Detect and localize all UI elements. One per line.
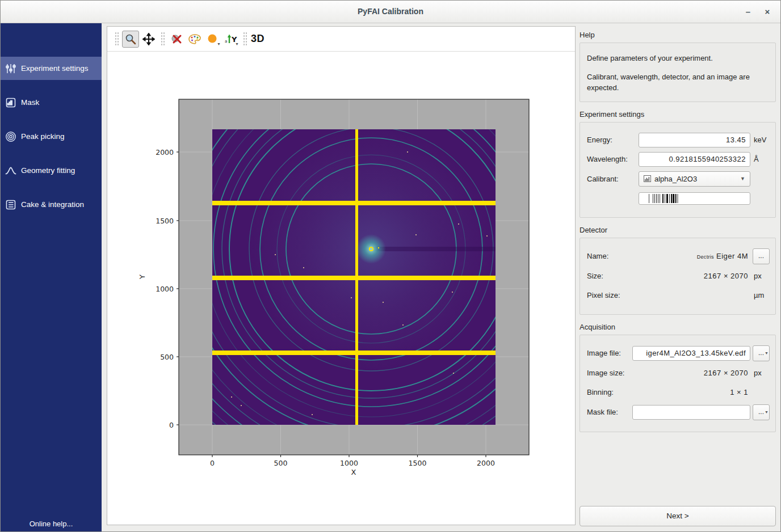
help-text-line2: Calibrant, wavelength, detector, and an …: [587, 72, 769, 94]
dropdown-arrow-icon: ▼: [765, 406, 769, 419]
help-section-title: Help: [580, 31, 776, 39]
svg-text:0: 0: [210, 459, 215, 467]
sidebar-item-label: Cake & integration: [21, 200, 84, 209]
sidebar-item-mask[interactable]: Mask: [1, 91, 102, 114]
detector-more-button[interactable]: ...: [753, 248, 770, 264]
plot-panel: ▼ a Y ▼ 3D: [107, 26, 576, 525]
pixel-size-unit: µm: [750, 291, 770, 299]
svg-text:1000: 1000: [156, 285, 174, 293]
plot-canvas[interactable]: 05001000150020000500100015002000 X Y: [107, 52, 575, 525]
mask-icon: [5, 97, 16, 108]
toolbar-grip-icon[interactable]: [115, 32, 119, 47]
toolbar-grip-icon[interactable]: [161, 32, 165, 47]
detector-vendor: Dectris: [697, 254, 714, 260]
svg-text:1000: 1000: [340, 459, 358, 467]
calibrant-label: Calibrant:: [587, 175, 639, 183]
svg-text:a: a: [225, 39, 227, 44]
detector-size-value: 2167 × 2070: [639, 272, 750, 280]
window-title: PyFAI Calibration: [1, 7, 780, 16]
detector-name-label: Name:: [587, 252, 639, 260]
binning-label: Binning:: [587, 388, 639, 396]
energy-input[interactable]: 13.45: [639, 133, 750, 147]
palette-icon: [188, 33, 201, 45]
calibrant-select[interactable]: alpha_Al2O3 ▼: [639, 171, 750, 187]
chevron-down-icon: ▼: [740, 176, 745, 181]
sliders-icon: [5, 63, 16, 74]
dropdown-arrow-icon: ▼: [217, 42, 221, 46]
svg-text:2000: 2000: [477, 459, 495, 467]
dropdown-arrow-icon: ▼: [235, 42, 239, 46]
dropdown-arrow-icon: ▼: [765, 347, 769, 360]
pan-tool-button[interactable]: [140, 31, 157, 48]
experiment-settings-group: Energy: 13.45 keV Wavelength: 0.92181559…: [580, 122, 776, 218]
detector-group: Name: Dectris Eiger 4M ... Size: 2167 × …: [580, 238, 776, 315]
x-axis-label: X: [351, 468, 356, 476]
acquisition-section-title: Acquisition: [580, 323, 776, 331]
sidebar-item-label: Peak picking: [21, 132, 65, 141]
zoom-tool-button[interactable]: [122, 31, 139, 48]
svg-text:2000: 2000: [156, 148, 174, 157]
svg-text:1500: 1500: [156, 217, 174, 225]
detector-name-value: Dectris Eiger 4M: [639, 252, 750, 260]
sidebar-item-label: Experiment settings: [21, 64, 89, 73]
settings-panel: Help Define parameters of your experimen…: [580, 26, 776, 525]
close-button[interactable]: ×: [760, 5, 775, 19]
acquisition-group: Image file: iger4M_Al2O3_13.45keV.edf ..…: [580, 335, 776, 432]
diffraction-plot[interactable]: 05001000150020000500100015002000 X Y: [107, 52, 575, 525]
detector-size-unit: px: [750, 272, 770, 280]
pixel-size-label: Pixel size:: [587, 291, 639, 299]
sidebar-item-cake-integration[interactable]: Cake & integration: [1, 193, 102, 216]
colormap-button[interactable]: [186, 31, 203, 48]
sidebar-item-experiment-settings[interactable]: Experiment settings: [1, 57, 102, 80]
sidebar: Experiment settings Mask Peak picking Ge…: [1, 23, 102, 532]
sidebar-item-geometry-fitting[interactable]: Geometry fitting: [1, 159, 102, 182]
calibrant-value: alpha_Al2O3: [654, 175, 697, 183]
histogram-icon: [644, 175, 651, 182]
wavelength-unit: Å: [750, 155, 770, 163]
online-help-link[interactable]: Online help...: [1, 520, 102, 528]
mask-file-browse-button[interactable]: ...▼: [753, 404, 770, 420]
energy-label: Energy:: [587, 136, 639, 144]
wavelength-input[interactable]: 0.9218155940253322: [639, 152, 750, 167]
experiment-settings-title: Experiment settings: [580, 110, 776, 119]
image-size-label: Image size:: [587, 369, 639, 377]
svg-text:0: 0: [169, 421, 174, 429]
mask-file-label: Mask file:: [587, 408, 632, 416]
mask-file-input[interactable]: [632, 405, 750, 420]
help-text-line1: Define parameters of your experiment.: [587, 53, 769, 64]
marker-color-button[interactable]: ▼: [204, 31, 221, 48]
plot-toolbar: ▼ a Y ▼ 3D: [107, 27, 575, 52]
clear-zoom-icon: [170, 33, 183, 45]
peak-curve-icon: [5, 165, 16, 176]
magnifier-icon: [124, 33, 137, 45]
image-size-value: 2167 × 2070: [639, 369, 750, 377]
energy-unit: keV: [750, 136, 770, 144]
image-size-unit: px: [750, 369, 770, 377]
sidebar-item-label: Geometry fitting: [21, 166, 75, 175]
image-file-input[interactable]: iger4M_Al2O3_13.45keV.edf: [632, 346, 750, 361]
svg-text:500: 500: [274, 459, 288, 467]
detector-section-title: Detector: [580, 226, 776, 234]
concentric-rings-icon: [5, 131, 16, 142]
y-axis-orientation-button[interactable]: a Y ▼: [222, 31, 240, 48]
title-bar: PyFAI Calibration – ×: [1, 1, 780, 23]
pan-arrows-icon: [142, 33, 155, 45]
toolbar-grip-icon[interactable]: [243, 32, 247, 47]
app-window: PyFAI Calibration – × Experiment setting…: [0, 0, 781, 532]
view-3d-button[interactable]: 3D: [251, 33, 264, 45]
detector-size-label: Size:: [587, 272, 639, 280]
svg-text:1500: 1500: [409, 459, 427, 467]
sidebar-item-peak-picking[interactable]: Peak picking: [1, 125, 102, 148]
reset-zoom-button[interactable]: [168, 31, 185, 48]
help-box: Define parameters of your experiment. Ca…: [580, 43, 776, 102]
svg-text:500: 500: [160, 353, 174, 361]
cake-lines-icon: [5, 199, 16, 210]
minimize-button[interactable]: –: [741, 5, 755, 19]
sidebar-item-label: Mask: [21, 98, 39, 107]
calibrant-rings-preview: [639, 192, 750, 205]
next-button[interactable]: Next >: [580, 506, 776, 526]
image-file-label: Image file:: [587, 349, 632, 357]
wavelength-label: Wavelength:: [587, 155, 639, 163]
y-axis-label: Y: [138, 275, 146, 280]
image-file-browse-button[interactable]: ...▼: [753, 345, 770, 361]
